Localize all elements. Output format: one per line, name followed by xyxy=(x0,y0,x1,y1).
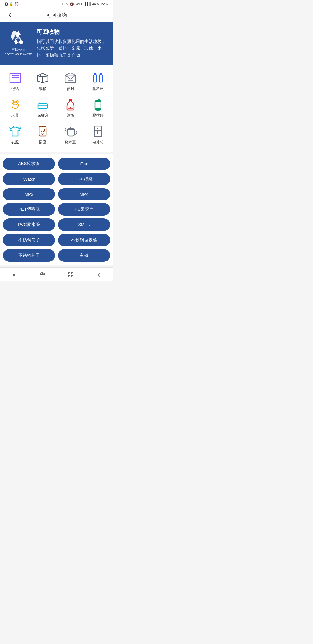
svg-rect-3 xyxy=(10,73,20,83)
svg-point-30 xyxy=(14,104,16,104)
icon-item-container[interactable]: 保鲜盒 xyxy=(30,96,56,120)
icon-item-toy[interactable]: 玩具 xyxy=(2,96,28,120)
signal-icon: ▐▐▐ xyxy=(84,2,90,6)
tag-button-0[interactable]: ABS胶水管 xyxy=(3,158,55,170)
page-title: 可回收物 xyxy=(46,12,67,19)
svg-rect-61 xyxy=(71,275,73,277)
hero-icon-area: 可回收物 RECYCLABLE WASTE xyxy=(5,28,32,56)
bottom-home-button[interactable] xyxy=(6,269,23,281)
status-left: 🖼 🔒 ⏰ ··· xyxy=(5,2,23,6)
time-label: 15:37 xyxy=(100,2,108,6)
svg-rect-44 xyxy=(41,129,42,131)
back-button[interactable] xyxy=(5,10,15,20)
tag-button-5[interactable]: MP4 xyxy=(58,188,110,200)
tag-button-3[interactable]: KFC纸袋 xyxy=(58,173,110,185)
fridge-icon xyxy=(91,125,105,138)
icon-item-plug[interactable]: 插座 xyxy=(30,123,56,147)
kettle-icon xyxy=(63,125,78,138)
top-nav: 可回收物 xyxy=(0,8,113,22)
hero-banner: 可回收物 RECYCLABLE WASTE 可回收物 指可以回收和资源化用的生活… xyxy=(0,22,113,65)
tag-button-9[interactable]: SMI卡 xyxy=(58,218,110,231)
hero-text: 可回收物 指可以回收和资源化用的生活垃圾，包括纸类、塑料、金属、玻璃、木料、织物… xyxy=(37,28,108,59)
nfc-icon: N xyxy=(66,2,68,6)
toy-icon xyxy=(8,98,22,111)
icon-grid: 报纸 纸箱 xyxy=(0,65,113,152)
shirt-icon xyxy=(8,125,22,138)
svg-rect-49 xyxy=(68,129,74,130)
status-right: ✦ N 🔇 WiFi ▐▐▐ 44% 15:37 xyxy=(61,2,108,6)
mute-icon: 🔇 xyxy=(70,2,74,6)
svg-rect-21 xyxy=(99,75,102,82)
envelope-icon xyxy=(63,72,78,84)
icon-item-shirt[interactable]: 衣服 xyxy=(2,123,28,147)
svg-rect-60 xyxy=(68,275,70,277)
hero-desc: 指可以回收和资源化用的生活垃圾，包括纸类、塑料、金属、玻璃、木料、织物和电子废弃… xyxy=(37,38,108,59)
svg-rect-51 xyxy=(94,126,101,137)
icon-item-fridge[interactable]: 电冰箱 xyxy=(85,123,111,147)
tag-button-8[interactable]: PVC胶水管 xyxy=(3,218,55,231)
icon-item-wine-bottle[interactable]: 酒瓶 xyxy=(58,96,83,120)
svg-rect-45 xyxy=(43,129,44,131)
tag-button-1[interactable]: iPad xyxy=(58,158,110,170)
recycle-icon xyxy=(9,28,28,46)
kettle-label: 烧水壶 xyxy=(65,140,76,145)
hero-icon-label-en: RECYCLABLE WASTE xyxy=(5,53,32,56)
svg-point-28 xyxy=(14,102,14,103)
battery-label: 44% xyxy=(92,2,99,6)
box-label: 纸箱 xyxy=(39,86,46,91)
status-icons: 🖼 🔒 ⏰ ··· xyxy=(5,2,23,6)
wifi-icon: WiFi xyxy=(76,2,82,6)
bluetooth-icon: ✦ xyxy=(61,2,64,6)
newspaper-icon xyxy=(8,72,22,84)
icon-item-kettle[interactable]: 烧水壶 xyxy=(58,123,83,147)
svg-point-46 xyxy=(42,133,43,135)
bottom-apps-button[interactable] xyxy=(62,269,79,281)
plug-label: 插座 xyxy=(39,140,46,145)
fridge-label: 电冰箱 xyxy=(92,140,104,145)
box-icon xyxy=(35,72,50,84)
plug-icon xyxy=(35,125,50,138)
icon-item-newspaper[interactable]: 报纸 xyxy=(2,69,28,94)
envelope-label: 信封 xyxy=(67,86,74,91)
svg-rect-37 xyxy=(95,101,101,109)
tag-button-10[interactable]: 不锈钢勺子 xyxy=(3,234,55,246)
svg-rect-59 xyxy=(71,272,73,274)
tag-button-13[interactable]: 主板 xyxy=(58,249,110,262)
svg-point-55 xyxy=(13,274,15,276)
tag-button-4[interactable]: MP3 xyxy=(3,188,55,200)
tag-button-2[interactable]: iWatch xyxy=(3,173,55,185)
hero-title: 可回收物 xyxy=(37,28,108,36)
plastic-bottle-icon xyxy=(91,72,105,84)
svg-point-29 xyxy=(15,102,16,103)
bottom-recent-button[interactable] xyxy=(34,269,51,281)
toy-label: 玩具 xyxy=(11,113,19,118)
icon-item-envelope[interactable]: 信封 xyxy=(58,69,83,94)
icon-item-box[interactable]: 纸箱 xyxy=(30,69,56,94)
hero-icon-label-cn: 可回收物 xyxy=(12,48,25,52)
shirt-label: 衣服 xyxy=(11,140,19,145)
wine-bottle-icon xyxy=(63,98,78,111)
status-bar: 🖼 🔒 ⏰ ··· ✦ N 🔇 WiFi ▐▐▐ 44% 15:37 xyxy=(0,0,113,8)
can-icon xyxy=(91,98,105,111)
bottom-nav xyxy=(0,267,113,281)
svg-rect-58 xyxy=(68,272,70,274)
tag-button-6[interactable]: PET塑料瓶 xyxy=(3,203,55,216)
icon-item-can[interactable]: 易拉罐 xyxy=(85,96,111,120)
tag-grid: ABS胶水管iPadiWatchKFC纸袋MP3MP4PET塑料瓶PS废胶片PV… xyxy=(0,154,113,265)
wine-bottle-label: 酒瓶 xyxy=(67,113,74,118)
plastic-bottle-label: 塑料瓶 xyxy=(92,86,104,91)
svg-point-36 xyxy=(70,107,71,108)
bottom-back-button[interactable] xyxy=(90,269,108,281)
tag-button-12[interactable]: 不锈钢杯子 xyxy=(3,249,55,262)
tag-button-7[interactable]: PS废胶片 xyxy=(58,203,110,216)
icon-item-plastic-bottle[interactable]: 塑料瓶 xyxy=(85,69,111,94)
tag-button-11[interactable]: 不锈钢垃圾桶 xyxy=(58,234,110,246)
container-icon xyxy=(35,98,50,111)
newspaper-label: 报纸 xyxy=(11,86,19,91)
container-label: 保鲜盒 xyxy=(37,113,48,118)
svg-rect-18 xyxy=(94,75,97,82)
can-label: 易拉罐 xyxy=(92,113,104,118)
